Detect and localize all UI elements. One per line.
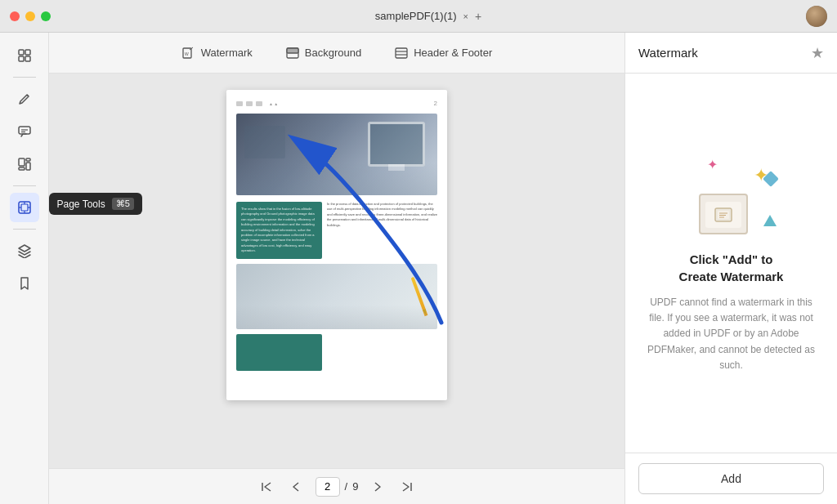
pdf-image-bottom — [236, 264, 437, 329]
right-panel-body: ✦ ✦ Click "Add" toCreate Watermark UPDF … — [625, 74, 837, 453]
tab-title: samplePDF(1)(1) — [375, 10, 457, 22]
wm-star-pink-icon: ✦ — [707, 157, 718, 172]
wm-box-inner — [705, 202, 741, 228]
watermark-tab-icon: W — [181, 46, 196, 60]
sidebar-icon-layers[interactable] — [10, 236, 39, 265]
sidebar-divider-1 — [13, 77, 36, 78]
shortcut-badge: ⌘5 — [112, 198, 134, 210]
tab-header-footer[interactable]: Header & Footer — [378, 39, 508, 67]
tab-background[interactable]: Background — [269, 39, 378, 67]
pdf-image-top — [236, 114, 437, 195]
main-layout: Page Tools ⌘5 W — [0, 33, 837, 504]
total-pages: 9 — [352, 480, 358, 493]
close-window-button[interactable] — [10, 11, 20, 21]
last-page-button[interactable] — [397, 477, 417, 497]
next-page-button[interactable] — [368, 477, 387, 497]
tooltip-label: Page Tools — [57, 198, 105, 210]
pdf-page-number: 2 — [434, 100, 437, 107]
svg-rect-3 — [25, 56, 30, 61]
center-content: W Watermark Background — [49, 33, 624, 504]
header-footer-tab-icon — [394, 46, 409, 60]
pdf-area: ▲ ▲ 2 The results show that — [49, 74, 624, 468]
svg-rect-2 — [19, 56, 24, 61]
tab-add-button[interactable]: + — [475, 10, 481, 23]
prev-page-button[interactable] — [286, 477, 306, 497]
add-watermark-button[interactable]: Add — [638, 463, 824, 494]
window-controls — [10, 11, 51, 21]
user-avatar[interactable] — [806, 6, 827, 27]
sidebar-icon-thumbnails[interactable] — [10, 41, 39, 70]
sidebar-icon-bookmark[interactable] — [10, 269, 39, 298]
tab-background-label: Background — [305, 47, 361, 59]
background-tab-icon — [285, 46, 300, 60]
pdf-left-text: The results show that in the fusion of l… — [241, 207, 317, 254]
pdf-header-icons: ▲ ▲ — [236, 101, 278, 106]
svg-rect-0 — [19, 50, 24, 55]
page-input-group: / 9 — [316, 477, 359, 497]
svg-rect-12 — [21, 204, 28, 211]
sidebar-icon-comment[interactable] — [10, 117, 39, 146]
tab-watermark[interactable]: W Watermark — [165, 39, 269, 67]
svg-rect-10 — [26, 163, 30, 170]
favorite-star-button[interactable]: ★ — [811, 44, 824, 62]
title-bar: samplePDF(1)(1) × + — [0, 0, 837, 33]
page-number-input[interactable] — [316, 477, 340, 497]
pdf-left-column: The results show that in the fusion of l… — [236, 202, 322, 259]
sidebar-divider-2 — [13, 185, 36, 186]
pdf-page-header: ▲ ▲ 2 — [236, 100, 437, 107]
pdf-two-column-section: The results show that in the fusion of l… — [236, 202, 437, 259]
right-panel-header: Watermark ★ — [625, 33, 837, 74]
svg-rect-7 — [19, 158, 25, 166]
pdf-bottom-section — [236, 334, 437, 371]
watermark-description: UPDF cannot find a watermark in this fil… — [642, 295, 821, 373]
sidebar-icon-pagetools[interactable]: Page Tools ⌘5 — [10, 193, 39, 222]
monitor-illustration — [368, 122, 425, 167]
tab-close-button[interactable]: × — [463, 11, 468, 21]
top-tabs: W Watermark Background — [49, 33, 624, 74]
pdf-right-text: In the process of data collection and pr… — [327, 202, 437, 228]
click-add-text: Click "Add" toCreate Watermark — [679, 251, 784, 285]
svg-rect-1 — [25, 50, 30, 55]
right-panel-footer: Add — [625, 453, 837, 504]
right-panel-title: Watermark — [638, 46, 698, 60]
minimize-window-button[interactable] — [25, 11, 35, 21]
page-tools-tooltip: Page Tools ⌘5 — [49, 193, 142, 215]
right-panel: Watermark ★ ✦ ✦ — [624, 33, 837, 504]
tab-watermark-label: Watermark — [201, 47, 253, 59]
sidebar-icon-edit[interactable] — [10, 84, 39, 114]
svg-rect-9 — [26, 158, 30, 161]
svg-rect-8 — [19, 167, 25, 170]
page-separator: / — [345, 480, 348, 493]
pdf-green-block — [236, 334, 322, 371]
wm-triangle-icon — [763, 215, 777, 226]
left-sidebar: Page Tools ⌘5 — [0, 33, 49, 504]
svg-rect-22 — [396, 48, 407, 58]
pdf-right-column: In the process of data collection and pr… — [327, 202, 437, 259]
title-text: samplePDF(1)(1) × + — [51, 10, 806, 23]
svg-text:W: W — [185, 51, 189, 56]
pagination-bar: / 9 — [49, 468, 624, 504]
sidebar-icon-organize[interactable] — [10, 149, 39, 179]
watermark-illustration: ✦ ✦ — [683, 153, 781, 234]
svg-rect-21 — [287, 48, 298, 53]
pdf-page: ▲ ▲ 2 The results show that — [226, 90, 447, 400]
first-page-button[interactable] — [257, 477, 276, 497]
sidebar-divider-3 — [13, 229, 36, 230]
tab-header-footer-label: Header & Footer — [414, 47, 492, 59]
maximize-window-button[interactable] — [41, 11, 51, 21]
